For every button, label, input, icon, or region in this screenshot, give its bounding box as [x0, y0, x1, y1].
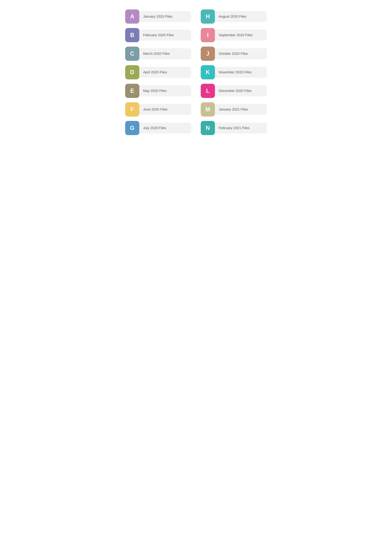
folder-icon-l: L [201, 84, 215, 98]
folder-item-e[interactable]: EMay 2020 Files [125, 84, 191, 98]
folder-icon-c: C [125, 47, 139, 61]
folder-item-n[interactable]: NFebruary 2021 Files [201, 121, 267, 135]
folder-icon-a: A [125, 9, 139, 24]
folder-item-a[interactable]: AJanuary 2020 Files [125, 9, 191, 24]
folder-icon-h: H [201, 9, 215, 24]
folder-item-f[interactable]: FJune 2020 Files [125, 102, 191, 117]
folder-icon-d: D [125, 65, 139, 79]
folder-label-k: November 2020 Files [212, 67, 267, 78]
folder-icon-k: K [201, 65, 215, 79]
folder-item-j[interactable]: JOctober 2020 Files [201, 47, 267, 61]
folder-label-e: May 2020 Files [137, 85, 191, 96]
folder-icon-b: B [125, 28, 139, 42]
folder-label-f: June 2020 Files [137, 104, 191, 115]
folder-icon-e: E [125, 84, 139, 98]
folder-item-h[interactable]: HAugust 2020 Files [201, 9, 267, 24]
folder-label-m: January 2021 Files [212, 104, 267, 115]
folder-label-l: December 2020 Files [212, 85, 267, 96]
folder-icon-g: G [125, 121, 139, 135]
folder-label-g: July 2020 Files [137, 123, 191, 133]
folder-item-l[interactable]: LDecember 2020 Files [201, 84, 267, 98]
folder-label-n: February 2021 Files [212, 123, 267, 133]
folder-item-m[interactable]: MJanuary 2021 Files [201, 102, 267, 117]
folder-item-i[interactable]: ISeptember 2020 Files [201, 28, 267, 42]
folder-label-b: February 2020 Files [137, 29, 191, 41]
folder-label-a: January 2020 Files [137, 11, 191, 22]
folder-icon-i: I [201, 28, 215, 42]
folder-icon-m: M [201, 102, 215, 117]
folder-item-g[interactable]: GJuly 2020 Files [125, 121, 191, 135]
folder-item-d[interactable]: DApril 2020 Files [125, 65, 191, 79]
folder-icon-n: N [201, 121, 215, 135]
folder-grid: AJanuary 2020 FilesHAugust 2020 FilesBFe… [125, 9, 267, 135]
folder-label-c: March 2020 Files [137, 48, 191, 59]
folder-item-b[interactable]: BFebruary 2020 Files [125, 28, 191, 42]
folder-item-c[interactable]: CMarch 2020 Files [125, 47, 191, 61]
folder-label-i: September 2020 Files [212, 29, 267, 41]
folder-icon-j: J [201, 47, 215, 61]
folder-icon-f: F [125, 102, 139, 117]
folder-label-h: August 2020 Files [212, 11, 267, 22]
folder-label-d: April 2020 Files [137, 67, 191, 78]
folder-item-k[interactable]: KNovember 2020 Files [201, 65, 267, 79]
folder-label-j: October 2020 Files [212, 48, 267, 59]
